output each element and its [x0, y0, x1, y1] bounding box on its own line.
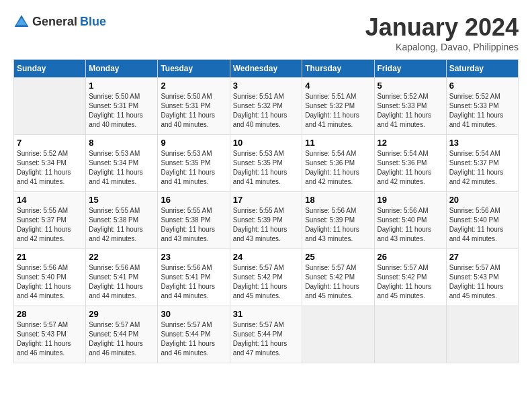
calendar-cell: 28Sunrise: 5:57 AMSunset: 5:43 PMDayligh…: [14, 306, 86, 363]
calendar-cell: 7Sunrise: 5:52 AMSunset: 5:34 PMDaylight…: [14, 135, 86, 192]
day-number: 17: [233, 195, 300, 205]
day-number: 7: [17, 138, 83, 148]
logo-icon: [13, 13, 30, 30]
cell-info: Sunrise: 5:52 AMSunset: 5:33 PMDaylight:…: [378, 92, 443, 130]
day-number: 13: [449, 138, 515, 148]
cell-info: Sunrise: 5:54 AMSunset: 5:36 PMDaylight:…: [305, 149, 371, 187]
day-number: 25: [305, 252, 371, 262]
cell-info: Sunrise: 5:57 AMSunset: 5:44 PMDaylight:…: [233, 320, 300, 358]
day-number: 10: [233, 138, 300, 148]
cell-info: Sunrise: 5:57 AMSunset: 5:42 PMDaylight:…: [233, 263, 300, 301]
location-subtitle: Kapalong, Davao, Philippines: [365, 42, 519, 52]
day-number: 2: [161, 81, 226, 91]
calendar-cell: 15Sunrise: 5:55 AMSunset: 5:38 PMDayligh…: [86, 192, 158, 249]
calendar-cell: 16Sunrise: 5:55 AMSunset: 5:38 PMDayligh…: [158, 192, 230, 249]
weekday-header-friday: Friday: [374, 60, 446, 78]
cell-info: Sunrise: 5:52 AMSunset: 5:33 PMDaylight:…: [449, 92, 515, 130]
cell-info: Sunrise: 5:55 AMSunset: 5:37 PMDaylight:…: [17, 206, 83, 244]
calendar-cell: 31Sunrise: 5:57 AMSunset: 5:44 PMDayligh…: [230, 306, 302, 363]
day-number: 1: [89, 81, 154, 91]
cell-info: Sunrise: 5:56 AMSunset: 5:40 PMDaylight:…: [378, 206, 443, 244]
calendar-cell: [302, 306, 374, 363]
calendar-cell: 22Sunrise: 5:56 AMSunset: 5:41 PMDayligh…: [86, 249, 158, 306]
calendar-cell: [446, 306, 518, 363]
title-block: January 2024 Kapalong, Davao, Philippine…: [365, 13, 519, 52]
calendar-cell: 1Sunrise: 5:50 AMSunset: 5:31 PMDaylight…: [86, 78, 158, 135]
calendar-cell: 20Sunrise: 5:56 AMSunset: 5:40 PMDayligh…: [446, 192, 518, 249]
cell-info: Sunrise: 5:57 AMSunset: 5:44 PMDaylight:…: [161, 320, 226, 358]
weekday-header-row: SundayMondayTuesdayWednesdayThursdayFrid…: [14, 60, 519, 78]
calendar-table: SundayMondayTuesdayWednesdayThursdayFrid…: [13, 59, 519, 363]
cell-info: Sunrise: 5:55 AMSunset: 5:38 PMDaylight:…: [161, 206, 226, 244]
week-row-4: 21Sunrise: 5:56 AMSunset: 5:40 PMDayligh…: [14, 249, 519, 306]
cell-info: Sunrise: 5:54 AMSunset: 5:37 PMDaylight:…: [449, 149, 515, 187]
day-number: 29: [89, 309, 154, 319]
calendar-cell: 11Sunrise: 5:54 AMSunset: 5:36 PMDayligh…: [302, 135, 374, 192]
day-number: 3: [233, 81, 300, 91]
calendar-cell: 30Sunrise: 5:57 AMSunset: 5:44 PMDayligh…: [158, 306, 230, 363]
calendar-cell: 2Sunrise: 5:50 AMSunset: 5:31 PMDaylight…: [158, 78, 230, 135]
cell-info: Sunrise: 5:57 AMSunset: 5:42 PMDaylight:…: [378, 263, 443, 301]
page-header: GeneralBlue January 2024 Kapalong, Davao…: [13, 13, 519, 52]
calendar-cell: 24Sunrise: 5:57 AMSunset: 5:42 PMDayligh…: [230, 249, 302, 306]
cell-info: Sunrise: 5:57 AMSunset: 5:43 PMDaylight:…: [17, 320, 83, 358]
cell-info: Sunrise: 5:57 AMSunset: 5:42 PMDaylight:…: [305, 263, 371, 301]
week-row-1: 1Sunrise: 5:50 AMSunset: 5:31 PMDaylight…: [14, 78, 519, 135]
calendar-cell: 19Sunrise: 5:56 AMSunset: 5:40 PMDayligh…: [374, 192, 446, 249]
day-number: 23: [161, 252, 226, 262]
day-number: 22: [89, 252, 154, 262]
cell-info: Sunrise: 5:51 AMSunset: 5:32 PMDaylight:…: [305, 92, 371, 130]
calendar-cell: 10Sunrise: 5:53 AMSunset: 5:35 PMDayligh…: [230, 135, 302, 192]
cell-info: Sunrise: 5:56 AMSunset: 5:41 PMDaylight:…: [89, 263, 154, 301]
day-number: 5: [378, 81, 443, 91]
logo: GeneralBlue: [13, 13, 106, 30]
day-number: 14: [17, 195, 83, 205]
cell-info: Sunrise: 5:56 AMSunset: 5:40 PMDaylight:…: [17, 263, 83, 301]
cell-info: Sunrise: 5:56 AMSunset: 5:41 PMDaylight:…: [161, 263, 226, 301]
day-number: 8: [89, 138, 154, 148]
day-number: 4: [305, 81, 371, 91]
day-number: 26: [378, 252, 443, 262]
weekday-header-wednesday: Wednesday: [230, 60, 302, 78]
calendar-cell: [374, 306, 446, 363]
day-number: 16: [161, 195, 226, 205]
logo-general: General: [32, 15, 77, 29]
cell-info: Sunrise: 5:56 AMSunset: 5:40 PMDaylight:…: [449, 206, 515, 244]
calendar-cell: 9Sunrise: 5:53 AMSunset: 5:35 PMDaylight…: [158, 135, 230, 192]
calendar-cell: 25Sunrise: 5:57 AMSunset: 5:42 PMDayligh…: [302, 249, 374, 306]
cell-info: Sunrise: 5:53 AMSunset: 5:35 PMDaylight:…: [161, 149, 226, 187]
month-title: January 2024: [365, 13, 519, 42]
weekday-header-thursday: Thursday: [302, 60, 374, 78]
day-number: 6: [449, 81, 515, 91]
calendar-cell: 21Sunrise: 5:56 AMSunset: 5:40 PMDayligh…: [14, 249, 86, 306]
calendar-cell: 18Sunrise: 5:56 AMSunset: 5:39 PMDayligh…: [302, 192, 374, 249]
week-row-2: 7Sunrise: 5:52 AMSunset: 5:34 PMDaylight…: [14, 135, 519, 192]
day-number: 15: [89, 195, 154, 205]
cell-info: Sunrise: 5:50 AMSunset: 5:31 PMDaylight:…: [161, 92, 226, 130]
week-row-3: 14Sunrise: 5:55 AMSunset: 5:37 PMDayligh…: [14, 192, 519, 249]
calendar-cell: [14, 78, 86, 135]
day-number: 11: [305, 138, 371, 148]
week-row-5: 28Sunrise: 5:57 AMSunset: 5:43 PMDayligh…: [14, 306, 519, 363]
logo-blue: Blue: [80, 15, 106, 29]
calendar-cell: 13Sunrise: 5:54 AMSunset: 5:37 PMDayligh…: [446, 135, 518, 192]
cell-info: Sunrise: 5:53 AMSunset: 5:35 PMDaylight:…: [233, 149, 300, 187]
cell-info: Sunrise: 5:55 AMSunset: 5:39 PMDaylight:…: [233, 206, 300, 244]
day-number: 30: [161, 309, 226, 319]
calendar-cell: 12Sunrise: 5:54 AMSunset: 5:36 PMDayligh…: [374, 135, 446, 192]
day-number: 20: [449, 195, 515, 205]
cell-info: Sunrise: 5:54 AMSunset: 5:36 PMDaylight:…: [378, 149, 443, 187]
calendar-cell: 14Sunrise: 5:55 AMSunset: 5:37 PMDayligh…: [14, 192, 86, 249]
cell-info: Sunrise: 5:57 AMSunset: 5:43 PMDaylight:…: [449, 263, 515, 301]
calendar-cell: 17Sunrise: 5:55 AMSunset: 5:39 PMDayligh…: [230, 192, 302, 249]
day-number: 24: [233, 252, 300, 262]
weekday-header-saturday: Saturday: [446, 60, 518, 78]
calendar-cell: 4Sunrise: 5:51 AMSunset: 5:32 PMDaylight…: [302, 78, 374, 135]
day-number: 21: [17, 252, 83, 262]
cell-info: Sunrise: 5:50 AMSunset: 5:31 PMDaylight:…: [89, 92, 154, 130]
cell-info: Sunrise: 5:51 AMSunset: 5:32 PMDaylight:…: [233, 92, 300, 130]
weekday-header-monday: Monday: [86, 60, 158, 78]
day-number: 19: [378, 195, 443, 205]
weekday-header-sunday: Sunday: [14, 60, 86, 78]
weekday-header-tuesday: Tuesday: [158, 60, 230, 78]
